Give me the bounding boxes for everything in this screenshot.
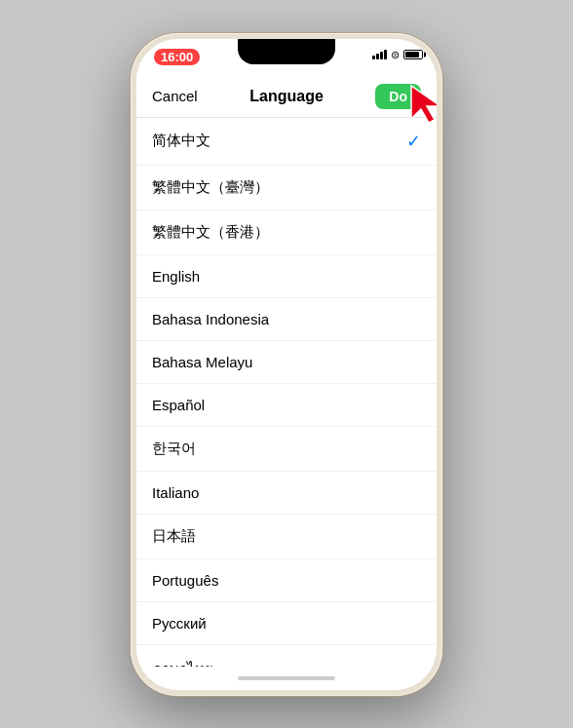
language-item[interactable]: Bahasa Indonesia: [136, 298, 437, 341]
phone-content: Cancel Language Do 简体中文✓繁體中文（臺灣）繁體中文（香港）…: [136, 76, 437, 690]
language-item[interactable]: Italiano: [136, 472, 437, 515]
phone-frame: 16:00 ⊜ Cancel Language Do: [131, 33, 442, 696]
checkmark-icon: ✓: [406, 131, 421, 152]
language-label: 繁體中文（臺灣）: [152, 178, 269, 197]
language-item[interactable]: Español: [136, 384, 437, 427]
signal-icon: [372, 50, 387, 59]
language-item[interactable]: English: [136, 255, 437, 298]
language-label: Português: [152, 572, 218, 589]
language-item[interactable]: Bahasa Melayu: [136, 341, 437, 384]
nav-bar: Cancel Language Do: [136, 76, 437, 118]
language-item[interactable]: 繁體中文（香港）: [136, 211, 437, 255]
language-label: Italiano: [152, 484, 199, 501]
language-label: Español: [152, 397, 205, 413]
battery-icon: [403, 50, 423, 59]
language-item[interactable]: 한국어: [136, 427, 437, 472]
language-label: ภาษาไทย: [152, 658, 213, 667]
language-label: 繁體中文（香港）: [152, 223, 269, 242]
phone-screen: 16:00 ⊜ Cancel Language Do: [136, 39, 437, 690]
notch: [238, 39, 335, 64]
language-label: 简体中文: [152, 132, 210, 150]
language-label: Русский: [152, 615, 207, 632]
done-button[interactable]: Do: [375, 84, 421, 109]
home-indicator: [136, 667, 437, 690]
language-item[interactable]: 简体中文✓: [136, 118, 437, 166]
status-time: 16:00: [154, 49, 200, 65]
language-label: Bahasa Indonesia: [152, 311, 269, 327]
home-bar: [238, 676, 335, 680]
language-label: English: [152, 268, 200, 285]
language-item[interactable]: Português: [136, 559, 437, 602]
cancel-button[interactable]: Cancel: [152, 88, 198, 104]
language-item[interactable]: Русский: [136, 602, 437, 645]
language-item[interactable]: 日本語: [136, 515, 437, 559]
status-icons: ⊜: [372, 49, 423, 61]
language-label: Bahasa Melayu: [152, 354, 252, 370]
language-item[interactable]: 繁體中文（臺灣）: [136, 166, 437, 211]
wifi-icon: ⊜: [391, 49, 400, 61]
language-label: 日本語: [152, 527, 196, 546]
language-item[interactable]: ภาษาไทย: [136, 645, 437, 667]
language-list: 简体中文✓繁體中文（臺灣）繁體中文（香港）EnglishBahasa Indon…: [136, 118, 437, 667]
nav-title: Language: [249, 88, 324, 105]
language-label: 한국어: [152, 440, 196, 458]
